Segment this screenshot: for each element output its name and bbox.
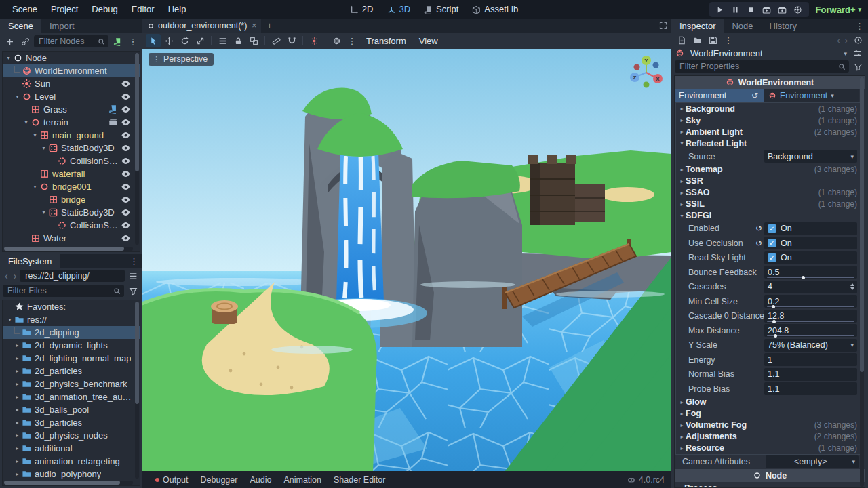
filter-files-input[interactable] [6, 285, 113, 296]
tab-history[interactable]: History [762, 19, 805, 33]
scale-tool-button[interactable] [193, 34, 208, 47]
visibility-toggle-icon[interactable] [121, 143, 132, 153]
spin-arrows-icon[interactable] [850, 283, 854, 290]
filesystem-item-2d-clipping[interactable]: 2d_clipping [3, 326, 140, 339]
tab-node[interactable]: Node [724, 19, 761, 33]
tab-scene[interactable]: Scene [0, 19, 41, 33]
property-value[interactable]: ✓On [764, 237, 857, 249]
expand-arrow-icon[interactable]: ▸ [13, 394, 22, 400]
scene-tree-hscrollbar[interactable] [4, 247, 133, 251]
tree-row-worldenvironment[interactable]: WorldEnvironment [3, 64, 140, 77]
tree-row-grass[interactable]: Grass [3, 103, 140, 116]
inspector-group-process[interactable]: ▸Process [675, 482, 865, 488]
instance-scene-button[interactable] [18, 35, 32, 48]
property-value[interactable]: 12.8 [764, 310, 857, 323]
workspace-2d[interactable]: 2D [344, 0, 380, 19]
tree-row-water[interactable]: Water [3, 232, 140, 245]
filesystem-hscrollbar[interactable] [4, 481, 133, 485]
inspector-group-ambient-light[interactable]: ▸Ambient Light(2 changes) [676, 126, 863, 138]
slider-track[interactable] [767, 335, 854, 336]
visibility-toggle-icon[interactable] [121, 182, 132, 192]
visibility-toggle-icon[interactable] [121, 117, 132, 127]
scene-tab-outdoor-environment[interactable]: outdoor_environment(*) × [142, 19, 261, 33]
play-scene-button[interactable] [760, 3, 774, 16]
inspector-vscrollbar[interactable] [860, 77, 864, 487]
nav-back-icon[interactable]: ‹ [3, 270, 10, 281]
add-node-button[interactable] [3, 35, 16, 48]
property-probe-bias[interactable]: Probe Bias1.1 [676, 382, 863, 396]
inspector-group-ssao[interactable]: ▸SSAO(1 change) [676, 187, 863, 199]
slider-handle[interactable] [802, 276, 805, 279]
edited-object-row[interactable]: WorldEnvironment ▾ [671, 47, 868, 60]
tree-row-collisionshape3d[interactable]: CollisionShape3D [3, 219, 140, 232]
bottom-tab-shader-editor[interactable]: Shader Editor [328, 475, 391, 485]
property-value[interactable]: 0.5 [764, 266, 857, 279]
filter-nodes-input[interactable] [37, 36, 98, 47]
filesystem-item-animation-retargeting[interactable]: ▸animation_retargeting [3, 455, 140, 468]
manage-object-properties-button[interactable] [850, 47, 864, 60]
select-tool-button[interactable] [146, 34, 161, 47]
ruler-mode-button[interactable] [269, 34, 283, 47]
rotate-tool-button[interactable] [177, 34, 192, 47]
movie-icon[interactable] [108, 117, 119, 127]
renderer-dropdown[interactable]: Forward+▾ [816, 5, 861, 15]
preview-environment-button[interactable] [329, 34, 344, 47]
filesystem-item-favorites[interactable]: Favorites: [3, 300, 140, 313]
visibility-toggle-icon[interactable] [121, 104, 132, 115]
inspector-group-tonemap[interactable]: ▸Tonemap(3 changes) [676, 164, 863, 176]
play-button[interactable] [713, 3, 727, 16]
menu-transform[interactable]: Transform [360, 36, 412, 46]
inspector-group-adjustments[interactable]: ▸Adjustments(2 changes) [676, 431, 863, 443]
property-value[interactable]: 1.1 [764, 368, 857, 381]
property-source[interactable]: SourceBackground▾ [676, 149, 863, 164]
workspace-script[interactable]: Script [418, 0, 465, 19]
preview-sunlight-button[interactable] [307, 34, 321, 47]
expand-arrow-icon[interactable]: ▸ [13, 420, 22, 426]
slider-handle[interactable] [772, 305, 775, 308]
property-max-distance[interactable]: Max Distance204.8 [676, 323, 863, 338]
filesystem-item-3d-animation-tree-audio[interactable]: ▸3d_animation_tree_audio [3, 390, 140, 403]
expand-arrow-icon[interactable]: ▸ [13, 381, 22, 387]
tree-row-sun[interactable]: Sun [3, 77, 140, 90]
attach-script-button[interactable] [111, 35, 124, 48]
slider-handle[interactable] [772, 320, 776, 323]
tree-row-node[interactable]: ▾Node [3, 52, 140, 64]
inspector-group-volumetric-fog[interactable]: ▸Volumetric Fog(3 changes) [676, 420, 863, 431]
property-value[interactable]: ✓On [764, 222, 857, 235]
tree-row-bridge001[interactable]: ▾bridge001 [3, 180, 140, 193]
menu-debug[interactable]: Debug [85, 0, 124, 19]
property-value[interactable]: Background▾ [764, 150, 857, 163]
filesystem-item-2d-lighting-normal-map[interactable]: ▸2d_lighting_normal_map [3, 352, 140, 365]
checkbox-checked-icon[interactable]: ✓ [768, 224, 776, 233]
bottom-tab-debugger[interactable]: Debugger [195, 475, 244, 485]
filesystem-item-additional[interactable]: ▸additional [3, 442, 140, 455]
property-read-sky-light[interactable]: Read Sky Light✓On [676, 251, 863, 266]
save-resource-button[interactable] [706, 33, 719, 47]
expand-arrow-icon[interactable]: ▾ [31, 184, 39, 190]
new-scene-tab-button[interactable]: + [261, 20, 277, 31]
inspector-group-ssil[interactable]: ▸SSIL(1 change) [676, 199, 863, 210]
tree-row-main-ground[interactable]: ▾main_ground [3, 129, 140, 142]
pause-button[interactable] [729, 3, 743, 16]
checkbox-checked-icon[interactable]: ✓ [768, 239, 776, 247]
property-value[interactable]: 204.8 [764, 324, 857, 337]
resource-value-dropdown[interactable]: Environment▾ [764, 89, 859, 102]
tree-row-level[interactable]: ▾Level [3, 90, 140, 103]
inspector-menu-button[interactable]: ⋮ [851, 19, 868, 33]
tree-row-terrain[interactable]: ▾terrain [3, 116, 140, 129]
expand-arrow-icon[interactable]: ▸ [13, 432, 22, 439]
perspective-dropdown[interactable]: ⋮ Perspective [149, 53, 214, 66]
slider-handle[interactable] [774, 334, 777, 338]
property-display-options-button[interactable] [851, 60, 865, 73]
menu-view[interactable]: View [413, 36, 444, 46]
lock-node-button[interactable] [231, 34, 245, 47]
inspector-group-background[interactable]: ▸Background(1 change) [676, 103, 863, 115]
sort-files-button[interactable] [126, 284, 140, 298]
expand-arrow-icon[interactable]: ▾ [39, 145, 48, 151]
expand-arrow-icon[interactable]: ▾ [31, 132, 39, 138]
expand-arrow-icon[interactable]: ▸ [13, 445, 22, 451]
visibility-toggle-icon[interactable] [121, 169, 132, 179]
property-value[interactable]: 1 [764, 353, 857, 366]
visibility-toggle-icon[interactable] [121, 220, 132, 230]
history-back-icon[interactable]: ‹ [835, 35, 841, 45]
